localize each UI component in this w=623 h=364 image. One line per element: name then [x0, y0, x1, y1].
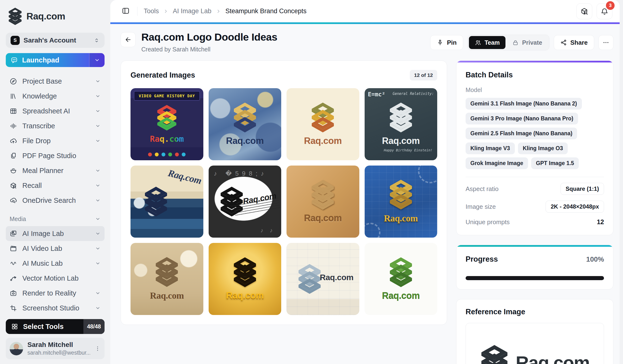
generated-image-tile[interactable]: Raq.com — [209, 243, 281, 315]
user-card[interactable]: Sarah Mitchell sarah.mitchell@westbur... — [6, 338, 105, 359]
model-chip: Kling Image O3 — [518, 143, 568, 154]
generated-image-tile[interactable]: Raq.com — [209, 166, 281, 238]
sidebar: Raq.com S Sarah's Account Launchpad Proj… — [0, 0, 110, 364]
generated-image-tile[interactable]: Raq.com — [209, 88, 281, 160]
sidebar-item-onedrive-search[interactable]: OneDrive Search — [6, 193, 105, 208]
generated-image-tile[interactable]: Raq.com — [287, 88, 359, 160]
user-email: sarah.mitchell@westbur... — [27, 350, 90, 356]
launchpad-expand-button[interactable] — [89, 53, 105, 67]
reference-image-title: Reference Image — [466, 308, 604, 316]
tile-annotation: Happy Birthday Einstein! — [384, 148, 432, 152]
tools-count-badge: 48/48 — [83, 319, 105, 334]
notifications-button[interactable]: 3 — [597, 3, 612, 19]
sidebar-item-knowledge[interactable]: Knowledge — [6, 89, 105, 104]
cloud-search-icon — [10, 197, 17, 204]
sidebar-item-recall[interactable]: Recall — [6, 178, 105, 193]
sidebar-item-ai-music-lab[interactable]: AI Music Lab — [6, 256, 105, 271]
chevron-down-icon — [95, 93, 101, 99]
asset-library-button[interactable] — [576, 3, 592, 19]
detail-label: Image size — [466, 203, 496, 211]
reference-image[interactable]: Raq.com — [466, 323, 604, 364]
model-chip: Gemini 3.1 Flash Image (Nano Banana 2) — [466, 98, 582, 109]
model-chip: Kling Image V3 — [466, 143, 515, 154]
share-icon — [560, 39, 567, 46]
progress-track — [466, 276, 604, 280]
header-accent-bar — [110, 22, 620, 24]
tile-brand-text: Raq.com — [304, 136, 342, 146]
stacked-books-logo-icon — [156, 105, 177, 131]
generated-image-tile[interactable]: Raq.com — [365, 166, 437, 238]
app-logo: Raq.com — [6, 6, 105, 26]
generated-image-tile[interactable]: VIDEO GAME HISTORY DAYRaq.com — [131, 88, 203, 160]
pin-button[interactable]: Pin — [430, 35, 463, 50]
stacked-books-logo-icon — [389, 103, 413, 132]
private-toggle[interactable]: Private — [506, 36, 548, 49]
media-section-label: Media — [10, 215, 95, 222]
grid-icon — [11, 323, 18, 330]
share-button[interactable]: Share — [554, 35, 594, 50]
generated-image-tile[interactable]: Raq.com — [131, 243, 203, 315]
more-options-button[interactable] — [599, 35, 613, 50]
chevron-down-icon — [95, 123, 101, 129]
generated-image-tile[interactable]: Raq.com — [365, 243, 437, 315]
sidebar-item-pdf-page-studio[interactable]: PDF Page Studio — [6, 148, 105, 163]
sidebar-item-file-drop[interactable]: File Drop — [6, 133, 105, 148]
account-switcher[interactable]: S Sarah's Account — [6, 33, 105, 48]
generated-image-tile[interactable]: Raq.com — [131, 166, 203, 238]
launchpad-label: Launchpad — [22, 56, 59, 64]
chevron-down-icon — [95, 231, 101, 236]
stacked-books-logo-icon — [233, 257, 257, 287]
sidebar-item-transcribe[interactable]: Transcribe — [6, 118, 105, 133]
generated-image-tile[interactable]: Raq.com — [287, 166, 359, 238]
details-column: Batch Details Model Gemini 3.1 Flash Ima… — [456, 61, 613, 364]
breadcrumb-item-tools[interactable]: Tools — [144, 7, 159, 15]
table-icon — [10, 107, 17, 115]
detail-value: 2K - 2048×2048px — [546, 201, 604, 213]
sidebar-item-label: OneDrive Search — [22, 196, 90, 204]
sidebar-item-label: Recall — [22, 182, 90, 190]
sidebar-toggle-button[interactable] — [120, 6, 131, 17]
visibility-segmented-control: Team Private — [467, 35, 549, 50]
progress-card: Progress 100% — [456, 245, 613, 290]
reference-logo-text: Raq.com — [516, 352, 590, 364]
tile-annotation: E=mc² — [368, 91, 385, 98]
generated-image-tile[interactable]: Raq.com — [287, 243, 359, 315]
sidebar-item-label: Project Base — [22, 77, 90, 85]
sidebar-item-label: AI Music Lab — [22, 259, 90, 267]
kebab-menu-icon[interactable] — [94, 345, 101, 352]
sidebar-item-screenshot-studio[interactable]: Screenshot Studio — [6, 300, 105, 316]
sidebar-item-vector-motion-lab[interactable]: Vector Motion Lab — [6, 271, 105, 286]
tile-brand-text: Raq.com — [167, 168, 197, 185]
bezier-icon — [10, 275, 17, 282]
chevron-down-icon — [95, 197, 101, 203]
chevrons-up-down-icon — [93, 37, 100, 43]
sidebar-item-label: AI Video Lab — [22, 245, 90, 253]
user-avatar — [10, 342, 23, 355]
sidebar-item-meal-planner[interactable]: Meal Planner — [6, 163, 105, 178]
launchpad-button[interactable]: Launchpad — [6, 53, 105, 67]
detail-label: Aspect ratio — [466, 185, 498, 193]
lock-icon — [512, 39, 519, 46]
camera-sync-icon — [10, 290, 17, 297]
sidebar-item-project-base[interactable]: Project Base — [6, 74, 105, 89]
crop-frame-icon — [10, 304, 17, 312]
select-tools-label: Select Tools — [23, 323, 64, 331]
sidebar-item-ai-image-lab[interactable]: AI Image Lab — [6, 226, 105, 241]
breadcrumb-item-ai-image-lab[interactable]: AI Image Lab — [173, 7, 212, 15]
sidebar-item-render-to-reality[interactable]: Render to Reality — [6, 286, 105, 300]
select-tools-button[interactable]: Select Tools 48/48 — [6, 319, 105, 334]
back-button[interactable] — [121, 32, 135, 47]
team-toggle[interactable]: Team — [469, 36, 506, 49]
notification-badge: 3 — [606, 1, 615, 10]
batch-details-card: Batch Details Model Gemini 3.1 Flash Ima… — [456, 61, 613, 235]
topbar: ToolsAI Image LabSteampunk Brand Concept… — [110, 0, 620, 22]
tile-brand-text: Raq.com — [384, 213, 418, 223]
media-section-toggle[interactable]: Media — [6, 214, 105, 224]
progress-accent-bar — [456, 245, 613, 247]
sidebar-item-ai-video-lab[interactable]: AI Video Lab — [6, 241, 105, 256]
detail-row-image-size: Image size2K - 2048×2048px — [466, 201, 604, 213]
users-icon — [475, 39, 481, 46]
tile-brand-text: Raq.com — [382, 290, 420, 301]
generated-image-tile[interactable]: E=mc²General Relativity:Happy Birthday E… — [365, 88, 437, 160]
sidebar-item-spreadsheet-ai[interactable]: Spreadsheet AI — [6, 104, 105, 118]
